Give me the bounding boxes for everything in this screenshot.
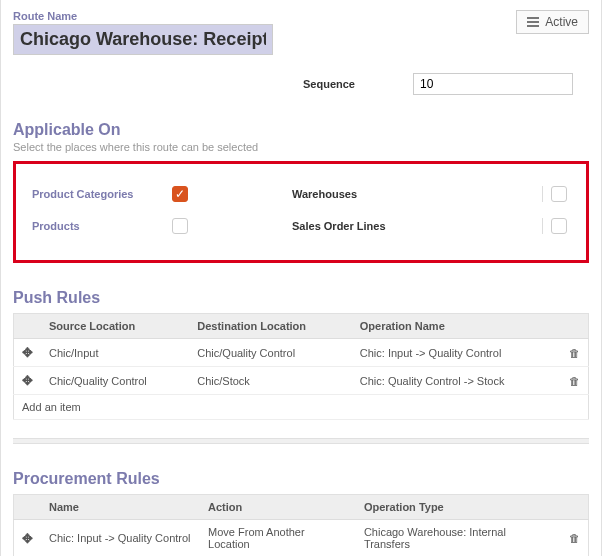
drag-handle-icon[interactable]: ✥ — [14, 520, 42, 557]
applicable-on-title: Applicable On — [13, 121, 589, 139]
route-name-label: Route Name — [13, 10, 516, 22]
section-divider — [13, 438, 589, 444]
proc-name-cell: Chic: Input -> Quality Control — [41, 520, 200, 557]
push-col-source[interactable]: Source Location — [41, 314, 189, 339]
product-categories-checkbox[interactable]: ✓ — [172, 186, 188, 202]
trash-icon[interactable]: 🗑 — [561, 339, 589, 367]
push-source-cell: Chic/Quality Control — [41, 367, 189, 395]
sales-order-lines-checkbox[interactable] — [551, 218, 567, 234]
push-source-cell: Chic/Input — [41, 339, 189, 367]
push-destination-cell: Chic/Stock — [189, 367, 352, 395]
trash-icon[interactable]: 🗑 — [561, 520, 589, 557]
proc-action-cell: Move From Another Location — [200, 520, 356, 557]
trash-icon[interactable]: 🗑 — [561, 367, 589, 395]
sequence-input[interactable] — [413, 73, 573, 95]
proc-col-operation[interactable]: Operation Type — [356, 495, 561, 520]
products-label: Products — [32, 220, 172, 232]
push-operation-cell: Chic: Input -> Quality Control — [352, 339, 561, 367]
push-add-item[interactable]: Add an item — [14, 395, 589, 420]
applicable-on-help: Select the places where this route can b… — [13, 141, 589, 153]
push-rules-table: Source Location Destination Location Ope… — [13, 313, 589, 420]
drag-handle-icon[interactable]: ✥ — [14, 339, 42, 367]
procurement-rules-title: Procurement Rules — [13, 470, 589, 488]
proc-operation-cell: Chicago Warehouse: Internal Transfers — [356, 520, 561, 557]
procurement-rules-table: Name Action Operation Type ✥ Chic: Input… — [13, 494, 589, 556]
sales-order-lines-label: Sales Order Lines — [292, 220, 422, 232]
drag-handle-icon[interactable]: ✥ — [14, 367, 42, 395]
table-row[interactable]: ✥ Chic/Quality Control Chic/Stock Chic: … — [14, 367, 589, 395]
applicable-on-box: Product Categories ✓ Products Warehouses… — [13, 161, 589, 263]
table-row[interactable]: ✥ Chic/Input Chic/Quality Control Chic: … — [14, 339, 589, 367]
push-col-destination[interactable]: Destination Location — [189, 314, 352, 339]
proc-col-action[interactable]: Action — [200, 495, 356, 520]
menu-icon — [527, 17, 539, 27]
push-operation-cell: Chic: Quality Control -> Stock — [352, 367, 561, 395]
sequence-label: Sequence — [303, 78, 413, 90]
active-label: Active — [545, 15, 578, 29]
proc-col-name[interactable]: Name — [41, 495, 200, 520]
table-row[interactable]: ✥ Chic: Input -> Quality Control Move Fr… — [14, 520, 589, 557]
warehouses-checkbox[interactable] — [551, 186, 567, 202]
push-rules-title: Push Rules — [13, 289, 589, 307]
products-checkbox[interactable] — [172, 218, 188, 234]
active-button[interactable]: Active — [516, 10, 589, 34]
warehouses-label: Warehouses — [292, 188, 422, 200]
route-name-input[interactable] — [13, 24, 273, 55]
push-col-operation[interactable]: Operation Name — [352, 314, 561, 339]
product-categories-label: Product Categories — [32, 188, 172, 200]
push-destination-cell: Chic/Quality Control — [189, 339, 352, 367]
